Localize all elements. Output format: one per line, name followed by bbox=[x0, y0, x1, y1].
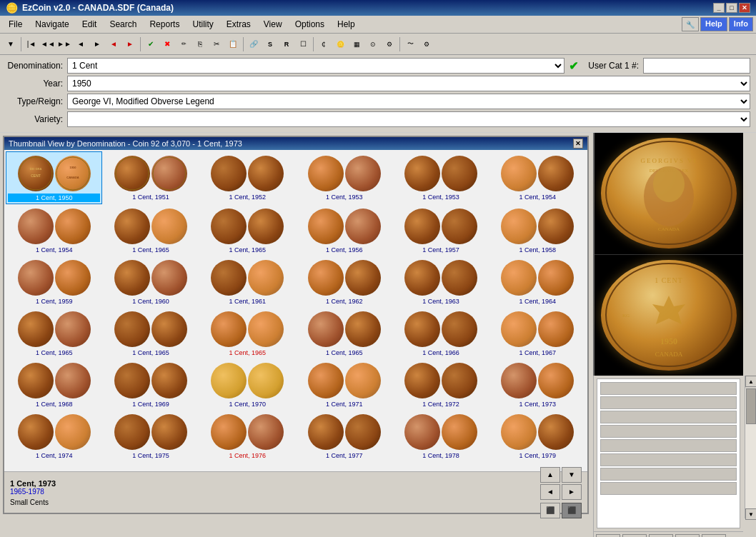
info-button[interactable]: Info bbox=[729, 17, 753, 31]
toolbar-next-red-btn[interactable]: ► bbox=[122, 36, 138, 52]
menu-search[interactable]: Search bbox=[104, 18, 142, 31]
maximize-button[interactable]: □ bbox=[726, 3, 737, 13]
thumb-coin-12[interactable]: 1 Cent, 1959 bbox=[6, 256, 102, 307]
menu-view[interactable]: View bbox=[258, 18, 288, 31]
thumb-coin-16[interactable]: 1 Cent, 1963 bbox=[392, 256, 489, 307]
thumb-coin-23[interactable]: 1 Cent, 1967 bbox=[489, 307, 586, 358]
action-btn-2[interactable]: $ bbox=[622, 534, 647, 537]
thumb-coin-34[interactable]: 1 Cent, 1978 bbox=[392, 410, 489, 461]
toolbar-edit-btn[interactable]: ✏ bbox=[176, 36, 192, 52]
thumb-coin-21[interactable]: 1 Cent, 1965 bbox=[296, 307, 392, 358]
thumb-coin-28[interactable]: 1 Cent, 1972 bbox=[392, 358, 489, 410]
toolbar-gear2-btn[interactable]: ⚙ bbox=[419, 36, 434, 52]
thumb-coin-29[interactable]: 1 Cent, 1973 bbox=[489, 358, 586, 410]
thumb-nav-down[interactable]: ▼ bbox=[562, 467, 582, 483]
denomination-select[interactable]: 1 Cent bbox=[67, 58, 564, 74]
thumb-coin-35[interactable]: 1 Cent, 1979 bbox=[489, 410, 586, 461]
action-btn-4[interactable]: G bbox=[675, 534, 700, 537]
toolbar-s-btn[interactable]: S bbox=[262, 36, 278, 52]
thumb-coin-26[interactable]: 1 Cent, 1970 bbox=[199, 358, 296, 410]
thumb-coin-11[interactable]: 1 Cent, 1958 bbox=[489, 204, 586, 256]
thumb-coin-2[interactable]: 1 Cent, 1952 bbox=[199, 151, 296, 204]
thumb-nav-up[interactable]: ▲ bbox=[540, 467, 560, 483]
right-scrollbar[interactable]: ▲ ▼ bbox=[745, 376, 756, 518]
thumb-label-3: 1 Cent, 1953 bbox=[326, 194, 363, 201]
menu-navigate[interactable]: Navigate bbox=[29, 18, 74, 31]
toolbar-coin1-btn[interactable]: ₵ bbox=[316, 36, 332, 52]
help-button[interactable]: Help bbox=[700, 17, 727, 31]
thumb-bottom-bar: 1 Cent, 1973 1965-1978 Small Cents ▲ ▼ ◄ bbox=[4, 471, 587, 513]
menu-options[interactable]: Options bbox=[289, 18, 330, 31]
close-button[interactable]: ✕ bbox=[739, 3, 750, 13]
thumb-coin-1[interactable]: 1 Cent, 1951 bbox=[102, 151, 199, 204]
toolbar-prev-btn[interactable]: ◄ bbox=[73, 36, 89, 52]
thumb-coin-7[interactable]: 1 Cent, 1965 bbox=[102, 204, 199, 256]
toolbar-prev-set-btn[interactable]: ◄◄ bbox=[40, 36, 56, 52]
scroll-thumb[interactable] bbox=[746, 388, 756, 424]
toolbar-circle-btn[interactable]: ⊙ bbox=[365, 36, 381, 52]
type-select[interactable]: George VI, Modified Obverse Legend bbox=[67, 94, 750, 109]
action-btn-1[interactable]: $ bbox=[596, 534, 620, 537]
thumb-coin-22[interactable]: 1 Cent, 1966 bbox=[392, 307, 489, 358]
toolbar-filter-btn[interactable]: ▼ bbox=[3, 36, 19, 52]
thumb-coin-17[interactable]: 1 Cent, 1964 bbox=[489, 256, 586, 307]
year-select[interactable]: 1950 bbox=[67, 76, 750, 91]
toolbar-first-btn[interactable]: |◄ bbox=[24, 36, 39, 52]
thumb-nav-left[interactable]: ◄ bbox=[540, 484, 560, 500]
scroll-up-btn[interactable]: ▲ bbox=[745, 376, 756, 387]
thumb-coin-15[interactable]: 1 Cent, 1962 bbox=[296, 256, 392, 307]
toolbar-check-btn[interactable]: ✔ bbox=[143, 36, 159, 52]
menu-utility[interactable]: Utility bbox=[186, 18, 219, 31]
menu-edit[interactable]: Edit bbox=[76, 18, 103, 31]
thumb-coin-24[interactable]: 1 Cent, 1968 bbox=[6, 358, 102, 410]
thumb-coin-14[interactable]: 1 Cent, 1961 bbox=[199, 256, 296, 307]
thumb-coin-13[interactable]: 1 Cent, 1960 bbox=[102, 256, 199, 307]
menu-extras[interactable]: Extras bbox=[221, 18, 257, 31]
variety-select[interactable] bbox=[67, 111, 750, 127]
toolbar-delete-btn[interactable]: ✖ bbox=[159, 36, 175, 52]
toolbar-next-btn[interactable]: ► bbox=[89, 36, 105, 52]
thumb-coin-33[interactable]: 1 Cent, 1977 bbox=[296, 410, 392, 461]
scroll-down-btn[interactable]: ▼ bbox=[745, 508, 756, 520]
minimize-button[interactable]: _ bbox=[713, 3, 725, 13]
toolbar-next-set-btn[interactable]: ►► bbox=[56, 36, 72, 52]
toolbar-copy-btn[interactable]: ⎘ bbox=[192, 36, 208, 52]
menu-help[interactable]: Help bbox=[332, 18, 361, 31]
thumb-coin-6[interactable]: 1 Cent, 1954 bbox=[6, 204, 102, 256]
toolbar-settings-btn[interactable]: ⚙ bbox=[382, 36, 397, 52]
thumb-coin-10[interactable]: 1 Cent, 1957 bbox=[392, 204, 489, 256]
toolbar-box-btn[interactable]: ☐ bbox=[295, 36, 311, 52]
toolbar-coin2-btn[interactable]: 🪙 bbox=[332, 36, 348, 52]
toolbar-link1-btn[interactable]: 🔗 bbox=[246, 36, 262, 52]
toolbar-wave-btn[interactable]: 〜 bbox=[402, 36, 418, 52]
user-cat-input[interactable] bbox=[643, 58, 750, 74]
thumb-coin-8[interactable]: 1 Cent, 1965 bbox=[199, 204, 296, 256]
thumb-coin-25[interactable]: 1 Cent, 1969 bbox=[102, 358, 199, 410]
thumb-coin-18[interactable]: 1 Cent, 1965 bbox=[6, 307, 102, 358]
thumb-coin-5[interactable]: 1 Cent, 1954 bbox=[489, 151, 586, 204]
toolbar-icon-extra[interactable]: 🔧 bbox=[682, 17, 699, 31]
toolbar-cut-btn[interactable]: ✂ bbox=[209, 36, 224, 52]
action-btn-5[interactable]: G bbox=[702, 534, 726, 537]
thumb-coin-27[interactable]: 1 Cent, 1971 bbox=[296, 358, 392, 410]
toolbar-paste-btn[interactable]: 📋 bbox=[225, 36, 241, 52]
action-btn-3[interactable]: ▦ bbox=[649, 534, 673, 537]
thumb-close-button[interactable]: ✕ bbox=[573, 139, 583, 149]
thumb-coin-31[interactable]: 1 Cent, 1975 bbox=[102, 410, 199, 461]
thumb-coin-30[interactable]: 1 Cent, 1974 bbox=[6, 410, 102, 461]
toolbar-r-btn[interactable]: R bbox=[279, 36, 294, 52]
menu-reports[interactable]: Reports bbox=[144, 18, 185, 31]
toolbar-prev-red-btn[interactable]: ◄ bbox=[106, 36, 121, 52]
thumb-nav-extra1[interactable]: ⬛ bbox=[540, 503, 560, 518]
thumb-coin-0[interactable]: DEI GRACENT 1950CANADA 1 Cent, 1950 bbox=[6, 151, 102, 204]
thumb-coin-32[interactable]: 1 Cent, 1976 bbox=[199, 410, 296, 461]
thumb-nav-extra2[interactable]: ⬛ bbox=[562, 503, 582, 518]
thumb-coin-9[interactable]: 1 Cent, 1956 bbox=[296, 204, 392, 256]
thumb-coin-4[interactable]: 1 Cent, 1953 bbox=[392, 151, 489, 204]
toolbar-grid-btn[interactable]: ▦ bbox=[349, 36, 364, 52]
thumb-nav-right[interactable]: ► bbox=[562, 484, 582, 500]
thumb-coin-3[interactable]: 1 Cent, 1953 bbox=[296, 151, 392, 204]
thumb-coin-20[interactable]: 1 Cent, 1965 bbox=[199, 307, 296, 358]
menu-file[interactable]: File bbox=[3, 18, 28, 31]
thumb-coin-19[interactable]: 1 Cent, 1965 bbox=[102, 307, 199, 358]
